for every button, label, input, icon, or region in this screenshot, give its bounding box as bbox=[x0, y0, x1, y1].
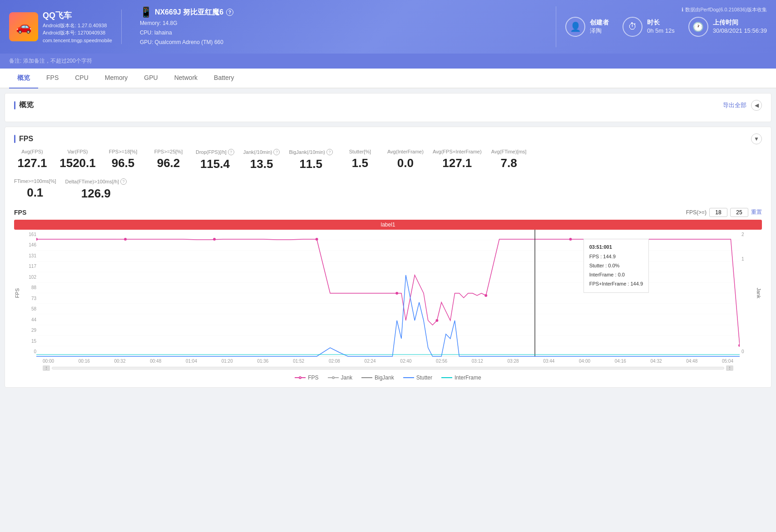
duration-label: 时长 bbox=[647, 18, 675, 27]
perfdog-note: ℹ 数据由PerfDog(6.0.210836)版本收集 bbox=[682, 6, 767, 13]
stat-fps-gte25: FPS>=25[%] 96.2 bbox=[150, 149, 187, 171]
fps-section: FPS ▼ Avg(FPS) 127.1 Var(FPS) 1520.1 FPS… bbox=[5, 127, 771, 388]
remark-bar: 备注: 添加备注，不超过200个字符 bbox=[0, 54, 776, 69]
navigation: 概览 FPS CPU Memory GPU Network Battery bbox=[0, 69, 776, 89]
package-name: com.tencent.tmgp.speedmobile bbox=[43, 37, 112, 44]
stat-avg-interframe: Avg(InterFrame) 0.0 bbox=[387, 149, 424, 171]
x-axis: 00:00 00:16 00:32 00:48 01:04 01:20 01:3… bbox=[14, 357, 762, 365]
android-build: Android版本号: 1270040938 bbox=[43, 29, 112, 37]
stat-avg-ftime: Avg(FTime)[ms] 7.8 bbox=[491, 149, 527, 171]
legend-stutter: Stutter bbox=[403, 374, 432, 381]
fps-threshold-1[interactable] bbox=[709, 208, 727, 217]
export-button[interactable]: 导出全部 bbox=[723, 101, 746, 109]
nav-item-battery[interactable]: Battery bbox=[206, 69, 242, 89]
delta-ftime-help-icon[interactable]: ? bbox=[120, 178, 127, 185]
chart-title: FPS bbox=[14, 209, 26, 216]
creator-item: 👤 创建者 泽陶 bbox=[565, 17, 609, 37]
stat-ftime-pct: FTime>=100ms[%] 0.1 bbox=[14, 178, 56, 201]
legend-jank: Jank bbox=[328, 374, 352, 381]
fps-title: FPS bbox=[14, 135, 33, 143]
svg-point-22 bbox=[435, 319, 438, 322]
legend-fps: FPS bbox=[295, 374, 318, 381]
upload-value: 30/08/2021 15:56:39 bbox=[713, 27, 767, 35]
y-axis-right: 2 1 0 bbox=[740, 230, 756, 357]
jank-y-axis-label: Jank bbox=[756, 288, 761, 298]
nav-item-network[interactable]: Network bbox=[166, 69, 206, 89]
svg-point-21 bbox=[395, 292, 398, 295]
device-info: 📱 NX669J 努比亚红魔6 ? Memory: 14.8G CPU: lah… bbox=[131, 6, 556, 47]
android-version: Android版本名: 1.27.0.40938 bbox=[43, 22, 112, 30]
duration-value: 0h 5m 12s bbox=[647, 27, 675, 35]
remark-text: 备注: 添加备注，不超过200个字符 bbox=[9, 58, 92, 64]
chart-scrollbar: ⋮ ⋮ bbox=[14, 365, 762, 371]
legend-stutter-line bbox=[403, 377, 414, 378]
creator-icon: 👤 bbox=[565, 17, 585, 37]
label-bar: label1 bbox=[14, 220, 762, 230]
overview-section: 概览 导出全部 ◀ bbox=[5, 93, 771, 122]
legend-bigjank-label: BigJank bbox=[375, 374, 394, 381]
device-gpu: GPU: Qualcomm Adreno (TM) 660 bbox=[140, 38, 547, 47]
legend-interframe-line bbox=[441, 377, 452, 378]
legend-interframe-label: InterFrame bbox=[455, 374, 481, 381]
nav-item-gpu[interactable]: GPU bbox=[136, 69, 166, 89]
stat-fps-gte18: FPS>=18[%] 96.5 bbox=[105, 149, 141, 171]
nav-item-cpu[interactable]: CPU bbox=[67, 69, 97, 89]
duration-icon: ⏱ bbox=[623, 17, 643, 37]
nav-item-overview[interactable]: 概览 bbox=[9, 69, 38, 89]
upload-item: 🕐 上传时间 30/08/2021 15:56:39 bbox=[688, 17, 767, 37]
stat-drop-fps: Drop(FPS)[/h]? 115.4 bbox=[196, 149, 234, 171]
upload-label: 上传时间 bbox=[713, 18, 767, 27]
fps-gte-label: FPS(>=) bbox=[686, 209, 707, 216]
fps-threshold-2[interactable] bbox=[730, 208, 748, 217]
jank-help-icon[interactable]: ? bbox=[273, 149, 280, 155]
svg-point-20 bbox=[316, 238, 318, 241]
reset-fps-button[interactable]: 重置 bbox=[751, 208, 762, 216]
stat-delta-ftime: Delta(FTime)>100ms[/h]? 126.9 bbox=[65, 178, 127, 201]
svg-point-24 bbox=[569, 238, 572, 241]
stat-avg-fps: Avg(FPS) 127.1 bbox=[14, 149, 50, 171]
chart-legend: FPS Jank BigJank Stutter InterFrame bbox=[14, 374, 762, 381]
app-name: QQ飞车 bbox=[43, 10, 112, 22]
info-circle-icon: ℹ bbox=[682, 7, 683, 13]
svg-point-19 bbox=[213, 238, 216, 241]
scrollbar-track[interactable] bbox=[52, 367, 724, 369]
overview-title: 概览 bbox=[14, 100, 34, 110]
stat-avg-fps-interframe: Avg(FPS+InterFrame) 127.1 bbox=[433, 149, 482, 171]
legend-jank-label: Jank bbox=[341, 374, 352, 381]
fps-stats-row2: FTime>=100ms[%] 0.1 Delta(FTime)>100ms[/… bbox=[14, 178, 762, 201]
stat-stutter: Stutter[%] 1.5 bbox=[342, 149, 378, 171]
creator-label: 创建者 bbox=[590, 18, 609, 27]
upload-icon: 🕐 bbox=[688, 17, 708, 37]
nav-item-memory[interactable]: Memory bbox=[97, 69, 136, 89]
bigjank-help-icon[interactable]: ? bbox=[326, 149, 333, 155]
legend-jank-dot bbox=[332, 376, 335, 379]
nav-item-fps[interactable]: FPS bbox=[38, 69, 67, 89]
collapse-overview-button[interactable]: ◀ bbox=[751, 100, 762, 111]
legend-jank-line bbox=[328, 377, 339, 378]
fps-y-axis-label: FPS bbox=[15, 288, 20, 298]
device-memory: Memory: 14.8G bbox=[140, 19, 547, 28]
duration-item: ⏱ 时长 0h 5m 12s bbox=[623, 17, 675, 37]
device-help-icon[interactable]: ? bbox=[226, 9, 233, 16]
legend-fps-label: FPS bbox=[308, 374, 318, 381]
creator-value: 泽陶 bbox=[590, 27, 609, 35]
scrollbar-left[interactable]: ⋮ bbox=[43, 365, 50, 371]
fps-chart-container: FPS FPS(>=) 重置 label1 FPS 161 146 131 11… bbox=[14, 208, 762, 381]
stat-jank: Jank(/10min)? 13.5 bbox=[243, 149, 280, 171]
app-avatar: 🚗 bbox=[9, 12, 38, 41]
legend-bigjank: BigJank bbox=[361, 374, 394, 381]
svg-point-18 bbox=[124, 238, 127, 241]
app-info: 🚗 QQ飞车 Android版本名: 1.27.0.40938 Android版… bbox=[9, 10, 122, 44]
scrollbar-right[interactable]: ⋮ bbox=[726, 365, 733, 371]
legend-fps-dot bbox=[299, 376, 302, 379]
fps-stats-row1: Avg(FPS) 127.1 Var(FPS) 1520.1 FPS>=18[%… bbox=[14, 149, 762, 171]
legend-bigjank-line bbox=[361, 377, 372, 378]
fps-controls: FPS(>=) 重置 bbox=[686, 208, 762, 217]
stat-var-fps: Var(FPS) 1520.1 bbox=[59, 149, 96, 171]
device-cpu: CPU: lahaina bbox=[140, 29, 547, 37]
legend-stutter-label: Stutter bbox=[416, 374, 432, 381]
device-icon: 📱 bbox=[140, 6, 152, 18]
y-axis-left: 161 146 131 117 102 88 73 58 44 29 15 0 bbox=[20, 230, 36, 357]
collapse-fps-button[interactable]: ▼ bbox=[751, 133, 762, 144]
drop-fps-help-icon[interactable]: ? bbox=[228, 149, 234, 155]
